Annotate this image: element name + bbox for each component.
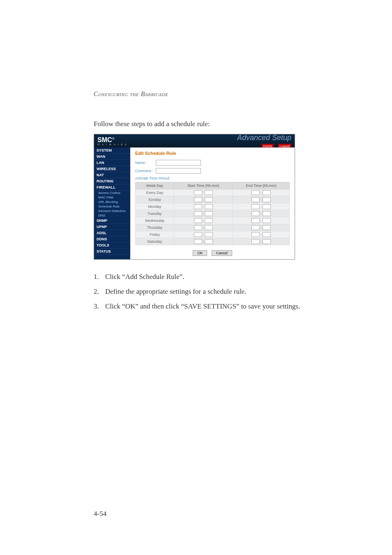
schedule-table: Week Day Start Time (hh:mm) End Time (hh… bbox=[135, 182, 290, 245]
end-mm-input[interactable] bbox=[263, 204, 271, 209]
start-mm-input[interactable] bbox=[205, 225, 213, 230]
screenshot-header: SMC® N e t w o r k s Advanced Setup Home… bbox=[94, 134, 295, 147]
sidebar-item-system[interactable]: SYSTEM bbox=[94, 147, 130, 154]
button-row: OK Cancel bbox=[135, 249, 290, 256]
sidebar-sub-dmz[interactable]: DMZ bbox=[94, 213, 130, 218]
screenshot-body: SYSTEM WAN LAN WIRELESS NAT ROUTING FIRE… bbox=[94, 147, 295, 259]
table-header-row: Week Day Start Time (hh:mm) End Time (hh… bbox=[136, 182, 290, 189]
sidebar-sub-schedule[interactable]: Schedule Rule bbox=[94, 204, 130, 209]
ok-button[interactable]: OK bbox=[193, 250, 207, 256]
logo-text: SMC bbox=[97, 136, 112, 143]
page-number: 4-54 bbox=[94, 510, 106, 518]
step-item: Define the appropriate settings for a sc… bbox=[94, 287, 343, 297]
start-mm-input[interactable] bbox=[205, 204, 213, 209]
end-mm-input[interactable] bbox=[263, 232, 271, 237]
activate-label: Activate Time Period: bbox=[135, 176, 290, 180]
header-right: Advanced Setup Home Logout bbox=[237, 134, 291, 149]
running-header: Configuring the Barricade bbox=[94, 90, 343, 98]
end-cell: : bbox=[233, 189, 289, 196]
end-mm-input[interactable] bbox=[263, 225, 271, 230]
sidebar-item-firewall[interactable]: FIREWALL bbox=[94, 184, 130, 191]
start-hh-input[interactable] bbox=[194, 225, 202, 230]
end-hh-input[interactable] bbox=[251, 232, 260, 237]
end-hh-input[interactable] bbox=[251, 211, 260, 216]
table-row: Thursday : : bbox=[136, 224, 290, 231]
logo-subtext: N e t w o r k s bbox=[97, 143, 127, 146]
day-cell: Saturday bbox=[136, 238, 174, 245]
table-row: Friday : : bbox=[136, 231, 290, 238]
logo-reg: ® bbox=[112, 136, 115, 140]
end-hh-input[interactable] bbox=[251, 239, 260, 244]
sidebar-sub-access[interactable]: Access Control bbox=[94, 191, 130, 195]
table-row: Sunday : : bbox=[136, 196, 290, 203]
end-cell: : bbox=[233, 203, 289, 210]
sidebar-item-wireless[interactable]: WIRELESS bbox=[94, 166, 130, 172]
end-hh-input[interactable] bbox=[251, 197, 260, 202]
start-mm-input[interactable] bbox=[205, 239, 213, 244]
end-mm-input[interactable] bbox=[263, 218, 271, 223]
comment-input[interactable] bbox=[156, 168, 201, 174]
end-mm-input[interactable] bbox=[263, 197, 271, 202]
sidebar-item-snmp[interactable]: SNMP bbox=[94, 218, 130, 224]
end-cell: : bbox=[233, 238, 289, 245]
sidebar-item-ddns[interactable]: DDNS bbox=[94, 236, 130, 242]
start-hh-input[interactable] bbox=[194, 197, 202, 202]
end-cell: : bbox=[233, 196, 289, 203]
start-mm-input[interactable] bbox=[205, 197, 213, 202]
form-title: Edit Schedule Rule bbox=[135, 151, 290, 156]
day-cell: Monday bbox=[136, 203, 174, 210]
table-row: Saturday : : bbox=[136, 238, 290, 245]
cancel-button[interactable]: Cancel bbox=[212, 250, 232, 256]
sidebar-item-status[interactable]: STATUS bbox=[94, 249, 130, 255]
start-hh-input[interactable] bbox=[194, 232, 202, 237]
end-cell: : bbox=[233, 224, 289, 231]
start-hh-input[interactable] bbox=[194, 211, 202, 216]
end-mm-input[interactable] bbox=[263, 211, 271, 216]
start-cell: : bbox=[174, 238, 233, 245]
end-cell: : bbox=[233, 210, 289, 217]
sidebar-item-routing[interactable]: ROUTING bbox=[94, 178, 130, 184]
running-header-text: Configuring the Barricade bbox=[94, 90, 168, 97]
step-item: Click “Add Schedule Rule”. bbox=[94, 272, 343, 282]
start-mm-input[interactable] bbox=[205, 218, 213, 223]
brand-text: Advanced Setup bbox=[237, 134, 291, 142]
start-mm-input[interactable] bbox=[205, 211, 213, 216]
sidebar-item-upnp[interactable]: UPnP bbox=[94, 224, 130, 230]
sidebar-item-nat[interactable]: NAT bbox=[94, 172, 130, 178]
table-row: Every Day : : bbox=[136, 189, 290, 196]
end-hh-input[interactable] bbox=[251, 190, 260, 195]
end-cell: : bbox=[233, 217, 289, 224]
start-hh-input[interactable] bbox=[194, 218, 202, 223]
start-cell: : bbox=[174, 203, 233, 210]
end-hh-input[interactable] bbox=[251, 225, 260, 230]
day-cell: Wednesday bbox=[136, 217, 174, 224]
start-hh-input[interactable] bbox=[194, 239, 202, 244]
sidebar-sub-mac[interactable]: MAC Filter bbox=[94, 195, 130, 200]
day-cell: Thursday bbox=[136, 224, 174, 231]
end-mm-input[interactable] bbox=[263, 190, 271, 195]
sidebar-item-lan[interactable]: LAN bbox=[94, 160, 130, 166]
end-mm-input[interactable] bbox=[263, 239, 271, 244]
name-label: Name : bbox=[135, 161, 156, 165]
col-end: End Time (hh:mm) bbox=[233, 182, 289, 189]
table-row: Tuesday : : bbox=[136, 210, 290, 217]
sidebar-sub-url[interactable]: URL Blocking bbox=[94, 200, 130, 204]
start-mm-input[interactable] bbox=[205, 232, 213, 237]
sidebar-item-adsl[interactable]: ADSL bbox=[94, 230, 130, 236]
sidebar-item-tools[interactable]: TOOLS bbox=[94, 242, 130, 249]
step-item: Click “OK” and then click “SAVE SETTINGS… bbox=[94, 302, 343, 311]
start-mm-input[interactable] bbox=[205, 190, 213, 195]
start-hh-input[interactable] bbox=[194, 190, 202, 195]
sidebar-sub-intrusion[interactable]: Intrusion Detection bbox=[94, 209, 130, 213]
start-cell: : bbox=[174, 217, 233, 224]
sidebar-item-wan[interactable]: WAN bbox=[94, 154, 130, 160]
start-cell: : bbox=[174, 231, 233, 238]
document-page: Configuring the Barricade Follow these s… bbox=[0, 0, 392, 311]
end-hh-input[interactable] bbox=[251, 204, 260, 209]
end-hh-input[interactable] bbox=[251, 218, 260, 223]
intro-paragraph: Follow these steps to add a schedule rul… bbox=[94, 120, 343, 128]
start-hh-input[interactable] bbox=[194, 204, 202, 209]
name-input[interactable] bbox=[156, 160, 201, 166]
start-cell: : bbox=[174, 189, 233, 196]
day-cell: Friday bbox=[136, 231, 174, 238]
